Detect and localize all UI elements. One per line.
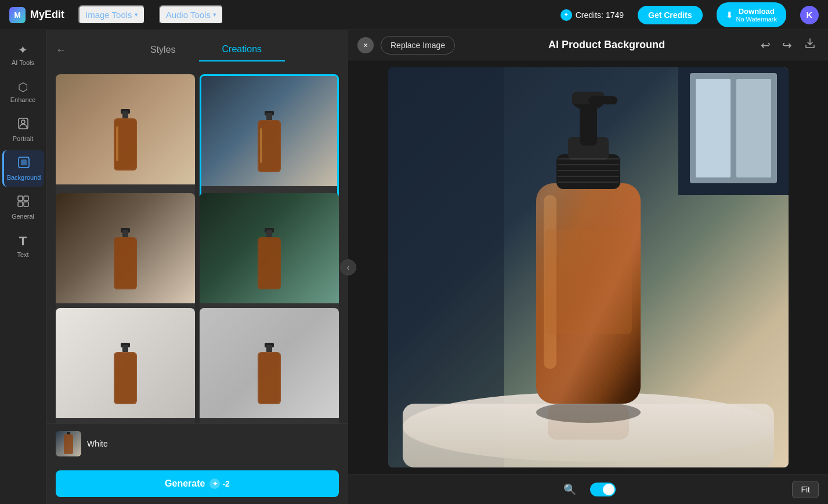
svg-rect-12 <box>116 126 118 161</box>
fit-button[interactable]: Fit <box>792 481 819 498</box>
svg-rect-35 <box>64 434 73 454</box>
thumbnail-6[interactable] <box>200 308 339 423</box>
zoom-toggle-circle <box>603 484 614 495</box>
svg-rect-14 <box>266 113 272 120</box>
general-icon <box>17 195 30 211</box>
svg-rect-23 <box>266 230 272 237</box>
svg-rect-29 <box>115 353 136 403</box>
close-button[interactable]: × <box>357 37 374 53</box>
svg-rect-34 <box>67 432 70 434</box>
svg-rect-9 <box>122 111 128 118</box>
sidebar-item-ai-tools[interactable]: ✦ AI Tools <box>2 37 44 72</box>
sidebar-item-general[interactable]: General <box>2 189 44 226</box>
credits-area: ✦ Credits: 1749 <box>561 9 624 21</box>
main-area: ✦ AI Tools ⬡ Enhance Portrait Background… <box>0 30 828 504</box>
credits-count: Credits: 1749 <box>576 10 624 20</box>
sidebar-item-background[interactable]: Background <box>2 150 44 187</box>
text-icon: T <box>19 234 27 249</box>
redo-button[interactable]: ↪ <box>780 36 794 55</box>
app-name: MyEdit <box>30 9 64 21</box>
svg-rect-25 <box>259 238 280 288</box>
svg-rect-31 <box>266 345 272 352</box>
ai-tools-icon: ✦ <box>18 43 28 57</box>
svg-rect-19 <box>122 230 128 237</box>
svg-rect-4 <box>18 196 23 201</box>
canvas-content <box>348 60 828 474</box>
zoom-search-button[interactable]: 🔍 <box>561 481 578 498</box>
svg-rect-39 <box>696 79 731 177</box>
svg-rect-3 <box>21 159 27 165</box>
tab-styles[interactable]: Styles <box>127 38 199 61</box>
export-button[interactable] <box>801 35 819 55</box>
svg-rect-53 <box>588 96 617 104</box>
image-tools-dropdown[interactable]: Image Tools ▾ <box>78 5 145 24</box>
panel-back-button[interactable]: ← <box>56 44 66 56</box>
audio-tools-dropdown[interactable]: Audio Tools ▾ <box>159 5 223 24</box>
zoom-toggle[interactable] <box>590 483 616 496</box>
canvas-bottom-toolbar: 🔍 Fit <box>348 474 828 504</box>
chevron-down-icon: ▾ <box>213 11 216 19</box>
panel: ← Styles Creations <box>46 30 348 504</box>
thumbnail-5[interactable] <box>56 308 195 423</box>
get-credits-button[interactable]: Get Credits <box>638 6 702 24</box>
footer-preview-image <box>56 431 81 456</box>
background-icon <box>17 156 30 172</box>
tab-creations[interactable]: Creations <box>199 38 285 61</box>
svg-rect-21 <box>115 238 136 288</box>
download-button[interactable]: ⬇ Download No Watermark <box>717 2 787 27</box>
logo-area: M MyEdit <box>9 7 64 23</box>
svg-rect-33 <box>259 353 280 403</box>
svg-rect-5 <box>24 196 28 201</box>
svg-rect-60 <box>548 405 629 440</box>
generate-button[interactable]: Generate ✦ -2 <box>56 470 339 497</box>
panel-bottom: Generate ✦ -2 <box>46 463 348 504</box>
svg-rect-40 <box>736 79 771 177</box>
sidebar-item-portrait[interactable]: Portrait <box>2 111 44 148</box>
enhance-icon: ⬡ <box>18 80 28 94</box>
download-icon: ⬇ <box>726 10 733 20</box>
panel-collapse-button[interactable]: ‹ <box>340 259 356 275</box>
undo-button[interactable]: ↩ <box>758 36 773 55</box>
svg-rect-7 <box>24 202 28 206</box>
svg-rect-17 <box>260 128 262 163</box>
panel-footer: White <box>46 423 348 463</box>
chevron-down-icon: ▾ <box>135 11 138 19</box>
canvas-toolbar: × Replace Image AI Product Background ↩ … <box>348 30 828 60</box>
portrait-icon <box>17 117 30 133</box>
svg-point-1 <box>21 120 25 124</box>
footer-style-label: White <box>87 439 339 448</box>
logo-icon: M <box>9 7 26 23</box>
replace-image-button[interactable]: Replace Image <box>381 36 455 55</box>
canvas-area: × Replace Image AI Product Background ↩ … <box>348 30 828 504</box>
svg-rect-54 <box>545 230 632 334</box>
svg-rect-6 <box>18 202 23 206</box>
sidebar-item-enhance[interactable]: ⬡ Enhance <box>2 74 44 109</box>
svg-rect-27 <box>122 345 128 352</box>
generate-cost: ✦ -2 <box>209 478 229 489</box>
top-navigation: M MyEdit Image Tools ▾ Audio Tools ▾ ✦ C… <box>0 0 828 30</box>
left-sidebar: ✦ AI Tools ⬡ Enhance Portrait Background… <box>0 30 46 504</box>
credits-icon: ✦ <box>561 9 572 21</box>
panel-header: ← Styles Creations <box>46 30 348 70</box>
user-avatar[interactable]: K <box>800 6 819 24</box>
sidebar-item-text[interactable]: T Text <box>2 228 44 264</box>
panel-tabs: Styles Creations <box>73 38 339 61</box>
thumbnail-grid <box>46 70 348 423</box>
cost-icon: ✦ <box>209 478 220 489</box>
canvas-title: AI Product Background <box>462 39 751 51</box>
product-image <box>388 67 789 467</box>
